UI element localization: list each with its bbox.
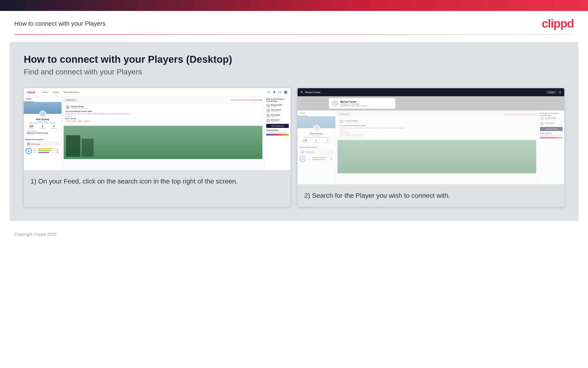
image-overlay [66,135,94,157]
page-footer: Copyright Clippd 2022 [0,228,588,244]
latest-activity-date: 27 Jul 2022 [26,134,59,136]
tag-ott: OTT [66,120,71,122]
pp-player-row[interactable]: Eli Vincent ▾ [26,141,60,147]
cr-info-1-bg: Richard Butler Activities: 7 [545,117,556,120]
step-1-description: 1) On your Feed, click on the search ico… [30,177,284,186]
tag-ott-bg: OTT [339,134,345,137]
cr-info-2-bg: Piers Parnell Activities: 4 [545,122,555,125]
nav-home[interactable]: Home [40,88,50,96]
player-performance-section: Player Performance Eli Vincent ▾ 84 [24,137,61,156]
tag-app: APP [71,120,77,122]
user-club-2: Mill Ride Golf Club, United Kingdom [299,137,333,138]
header-divider [14,34,574,35]
pp-player-name: Eli Vincent [31,143,56,145]
bar-app-trk-2 [312,159,330,160]
act-info-bg: Richard Butler Yesterday - The Grove [345,120,359,123]
top-bar [0,0,588,11]
search-icon-nav[interactable]: 🔍 [267,90,271,94]
right-panel-bg: Most Active Players - Last 30 days Richa… [538,110,564,184]
bar-app: APP 70 [33,150,60,151]
tag-putt-bg: PUTT [357,134,364,137]
team-db-btn-bg: Team Dashboard [540,127,562,131]
mid-panel-bg: Following ▾ Control who can see your act… [335,110,538,184]
close-icon[interactable]: ✕ [559,91,562,94]
feed-tab[interactable]: Feed [24,96,34,102]
nav-teams[interactable]: Teams [50,88,61,96]
stat-act-2: 129 Activities [302,139,308,143]
tag-arg-bg: ARG [351,134,357,137]
golf-image-bg [337,140,536,173]
search-result-row: Marcus Turner Yesterday - 1.5 Handicap C… [332,100,393,107]
bar-ott-lbl-2: OTT [307,157,311,158]
activity-user-avatar [66,105,70,109]
control-link[interactable]: Control who can see your activity and da… [231,99,263,101]
chevron-following-icon: ▾ [75,99,76,101]
player-acts-3: Activities: 3 [271,116,280,117]
settings-icon-nav[interactable]: ⚙ [278,90,282,94]
app-content: Feed Blair McHarg Golf Coach Mill Ride G… [24,96,290,170]
avatar-nav[interactable]: 👤 [284,90,288,94]
act-dur-val-bg: 02 hr : 00 min [339,132,534,134]
stat-fing-2: 4 Following [325,139,331,143]
golf-image [64,126,263,159]
activity-desc: Walking the course with my coach to buil… [66,113,261,115]
app-content-dimmed: Feed Blair McHarg Golf Coach Mill Ride G… [298,110,564,184]
player-info-4: Eli Vincent Activities: 1 [271,119,280,122]
pp-player-avatar [27,142,30,146]
profile-stats: 129 Activities 3 Followers 4 Following [26,125,60,129]
tpq-circle-2: 84 [299,156,306,162]
player-avatar-2 [266,109,270,112]
activity-user-info: Richard Butler Yesterday - The Grove [71,106,85,109]
step-1-text-area: 1) On your Feed, click on the search ico… [24,170,290,193]
nav-my-performance[interactable]: My Performance [61,88,82,96]
cr-av-2-bg [540,122,544,126]
app-mockup-2: 🔍 Marcus Turner CLEAR ✕ Marcus Turner Ye… [298,88,564,184]
search-results-dropdown: Marcus Turner Yesterday - 1.5 Handicap C… [298,96,564,110]
player-list-item-1: Richard Butler Activities: 7 [266,104,289,107]
stat-followers: 3 Followers [39,125,46,129]
bar-ott: OTT 79 [33,148,60,149]
heatmap-bar-visual [266,134,289,136]
stat-following: 4 Following [51,125,57,129]
pp-section-2: Player Performance Eli Vincent ▾ 84 [298,145,335,163]
bar-app-2: APP 70 [307,159,333,160]
app-nav-bar: clippd Home Teams My Performance 🔍 👤 ⚙ 👤 [24,88,290,96]
chevron-down-icon: ▾ [57,143,58,145]
player-list-item-3: Hiral Pujara Activities: 3 [266,114,289,118]
following-button[interactable]: Following ▾ [64,98,78,102]
pp-label: Player Performance [26,138,60,140]
profile-stats-2: 129 Activities 3 Followers 4 Following [299,139,333,143]
user-icon-nav[interactable]: 👤 [272,90,276,94]
tpq-row: 84 OTT 79 [26,148,60,154]
app-nav-right: 🔍 👤 ⚙ 👤 [267,90,288,94]
team-heatmap-subtitle: Player Quality - 20 Round Trend [266,131,289,133]
bar-app-val-2: 70 [331,159,333,160]
cr-acts-1-bg: Activities: 7 [545,119,556,120]
activity-title: Pre Tournament Course Walk [66,110,261,112]
cr-name-1-bg: Richard Butler [545,117,556,119]
following-bar: Following ▾ Control who can see your act… [64,98,263,102]
stat-activities-lbl: Activities [28,128,34,129]
search-result-info: Marcus Turner Yesterday - 1.5 Handicap C… [340,101,367,107]
activity-user-name: Richard Butler [71,106,85,108]
search-result-name: Marcus Turner [340,101,367,103]
screenshot-1: clippd Home Teams My Performance 🔍 👤 ⚙ 👤 [24,88,290,207]
act-duration-bg: Duration [339,129,534,131]
heatmap-bar-bg [540,137,562,138]
user-role-2: Golf Coach [299,135,333,137]
act-tags-bg: OTT APP ARG PUTT [339,134,534,137]
duration-label-text: Duration [66,115,72,117]
feed-tab-bg: Feed [298,110,307,116]
activity-card-bg: Richard Butler Yesterday - The Grove Pre… [337,118,536,138]
player-name-4: Eli Vincent [271,119,280,121]
stat-followers-lbl: Followers [39,128,46,129]
bar-arg-value: 61 [57,152,60,153]
team-dashboard-button[interactable]: Team Dashboard [266,124,289,128]
middle-panel: Following ▾ Control who can see your act… [62,96,264,170]
clear-button[interactable]: CLEAR [547,91,556,94]
search-result-card[interactable]: Marcus Turner Yesterday - 1.5 Handicap C… [329,98,395,109]
user-name-2: Blair McHarg [299,132,333,135]
search-query-display: Marcus Turner [305,91,545,94]
act-desc-bg: Walking the course with my coach to buil… [339,127,534,129]
profile-avatar [39,110,46,117]
